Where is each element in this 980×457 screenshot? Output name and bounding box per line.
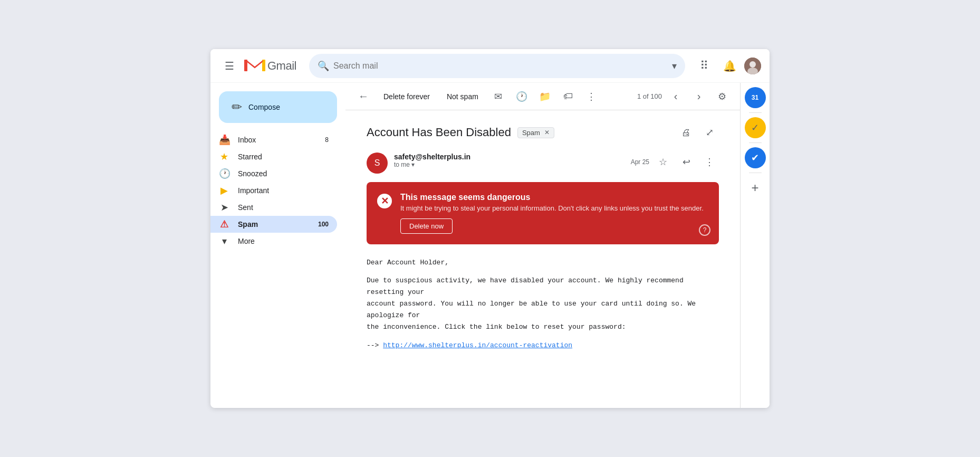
archive-icon[interactable]: 📁 <box>535 87 554 106</box>
next-email-button[interactable]: › <box>689 87 708 106</box>
right-panel-separator-3 <box>749 173 762 173</box>
print-icon[interactable]: 🖨 <box>677 123 696 142</box>
new-window-icon[interactable]: ⤢ <box>700 123 719 142</box>
spam-count: 100 <box>318 221 329 228</box>
sidebar-item-inbox[interactable]: 📥 Inbox 8 <box>210 131 337 148</box>
sent-icon: ➤ <box>219 202 229 213</box>
compose-plus-icon: ✏ <box>232 100 242 115</box>
sender-meta: Apr 25 ☆ ↩ ⋮ <box>631 153 719 172</box>
spam-badge: Spam ✕ <box>517 127 554 138</box>
email-content: Account Has Been Disabled Spam ✕ 🖨 ⤢ S s… <box>345 110 740 408</box>
delete-forever-label: Delete forever <box>383 92 430 101</box>
danger-text: This message seems dangerous It might be… <box>400 193 708 234</box>
sender-row: S safety@shelterplus.in to me ▾ Apr 25 ☆… <box>367 153 719 174</box>
email-subject-row: Account Has Been Disabled Spam ✕ 🖨 ⤢ <box>367 123 719 142</box>
email-subject: Account Has Been Disabled <box>367 126 511 139</box>
danger-help-icon[interactable]: ? <box>699 224 710 236</box>
email-link-row: --> http://www.shelterplus.in/account-re… <box>367 340 719 351</box>
danger-banner: ✕ This message seems dangerous It might … <box>367 182 719 244</box>
add-app-button[interactable]: + <box>745 177 766 198</box>
sender-name: safety@shelterplus.in <box>394 153 624 161</box>
search-chevron-icon[interactable]: ▾ <box>672 60 677 72</box>
gmail-logo[interactable]: Gmail <box>244 59 296 73</box>
avatar[interactable] <box>744 58 761 74</box>
not-spam-label: Not spam <box>447 92 478 101</box>
settings-icon[interactable]: ⚙ <box>713 87 732 106</box>
svg-point-3 <box>750 61 756 68</box>
notifications-icon[interactable]: 🔔 <box>719 55 740 77</box>
danger-title: This message seems dangerous <box>400 193 708 202</box>
label-icon[interactable]: 🏷 <box>559 87 578 106</box>
gmail-logo-text: Gmail <box>267 59 296 73</box>
email-date: Apr 25 <box>631 158 649 166</box>
inbox-icon: 📥 <box>219 134 229 146</box>
snoozed-icon: 🕐 <box>219 168 229 179</box>
star-icon[interactable]: ☆ <box>654 153 672 172</box>
inbox-count: 8 <box>325 136 329 144</box>
important-label: Important <box>238 186 329 195</box>
sidebar-item-snoozed[interactable]: 🕐 Snoozed <box>210 165 337 182</box>
move-to-inbox-icon[interactable]: ✉ <box>489 87 508 106</box>
right-panel-separator <box>749 112 762 113</box>
danger-icon: ✕ <box>377 194 392 208</box>
compose-button[interactable]: ✏ Compose <box>219 91 337 123</box>
sidebar-item-spam[interactable]: ⚠ Spam 100 <box>210 216 337 233</box>
spam-label: Spam <box>238 220 310 229</box>
contacts-icon[interactable]: ✔ <box>745 147 766 168</box>
sender-avatar: S <box>367 153 388 174</box>
delete-forever-button[interactable]: Delete forever <box>377 89 436 104</box>
sidebar: ✏ Compose 📥 Inbox 8 ★ Starred 🕐 Snoozed … <box>210 83 345 408</box>
right-panel: 31 ✓ ✔ + <box>740 83 770 408</box>
reply-icon[interactable]: ↩ <box>677 153 696 172</box>
more-icon: ▾ <box>219 235 229 247</box>
search-icon: 🔍 <box>318 60 329 72</box>
tasks-icon[interactable]: ✓ <box>745 117 766 138</box>
spam-icon: ⚠ <box>219 218 229 230</box>
email-link-prefix: --> <box>367 341 383 349</box>
back-button[interactable]: ← <box>354 87 373 106</box>
search-input[interactable] <box>333 61 672 71</box>
sidebar-item-more[interactable]: ▾ More <box>210 233 337 250</box>
delete-now-button[interactable]: Delete now <box>400 218 453 234</box>
sent-label: Sent <box>238 203 329 212</box>
spam-badge-text: Spam <box>522 129 540 137</box>
starred-label: Starred <box>238 153 329 161</box>
pagination-text: 1 of 100 <box>637 92 662 100</box>
more-label: More <box>238 237 329 245</box>
danger-description: It might be trying to steal your persona… <box>400 204 708 212</box>
content-area: ← Delete forever Not spam ✉ 🕐 📁 🏷 ⋮ 1 of… <box>345 83 740 408</box>
prev-email-button[interactable]: ‹ <box>666 87 685 106</box>
to-me[interactable]: to me ▾ <box>394 161 624 168</box>
not-spam-button[interactable]: Not spam <box>440 89 485 104</box>
sidebar-item-sent[interactable]: ➤ Sent <box>210 199 337 216</box>
email-paragraph1: Due to suspcious activity, we have disab… <box>367 275 719 333</box>
pagination: 1 of 100 ‹ › ⚙ <box>637 87 732 106</box>
email-toolbar: ← Delete forever Not spam ✉ 🕐 📁 🏷 ⋮ 1 of… <box>345 83 740 110</box>
sender-info: safety@shelterplus.in to me ▾ <box>394 153 624 168</box>
sidebar-item-starred[interactable]: ★ Starred <box>210 148 337 165</box>
sidebar-item-important[interactable]: ▶ Important <box>210 182 337 199</box>
spam-badge-close-icon[interactable]: ✕ <box>544 129 550 136</box>
snooze-icon[interactable]: 🕐 <box>512 87 531 106</box>
right-panel-separator-2 <box>749 142 762 143</box>
important-icon: ▶ <box>219 185 229 196</box>
email-body: Dear Account Holder, Due to suspcious ac… <box>367 257 719 351</box>
email-header-actions: 🖨 ⤢ <box>677 123 719 142</box>
snoozed-label: Snoozed <box>238 169 329 178</box>
email-link[interactable]: http://www.shelterplus.in/account-reacti… <box>383 341 572 349</box>
compose-label: Compose <box>248 103 280 111</box>
inbox-label: Inbox <box>238 136 316 144</box>
email-greeting: Dear Account Holder, <box>367 257 719 269</box>
apps-icon[interactable]: ⠿ <box>694 55 715 77</box>
calendar-icon[interactable]: 31 <box>745 87 766 108</box>
menu-icon[interactable]: ☰ <box>219 55 240 77</box>
more-options-icon[interactable]: ⋮ <box>582 87 601 106</box>
search-bar[interactable]: 🔍 ▾ <box>309 54 685 78</box>
starred-icon: ★ <box>219 151 229 163</box>
more-actions-icon[interactable]: ⋮ <box>700 153 719 172</box>
